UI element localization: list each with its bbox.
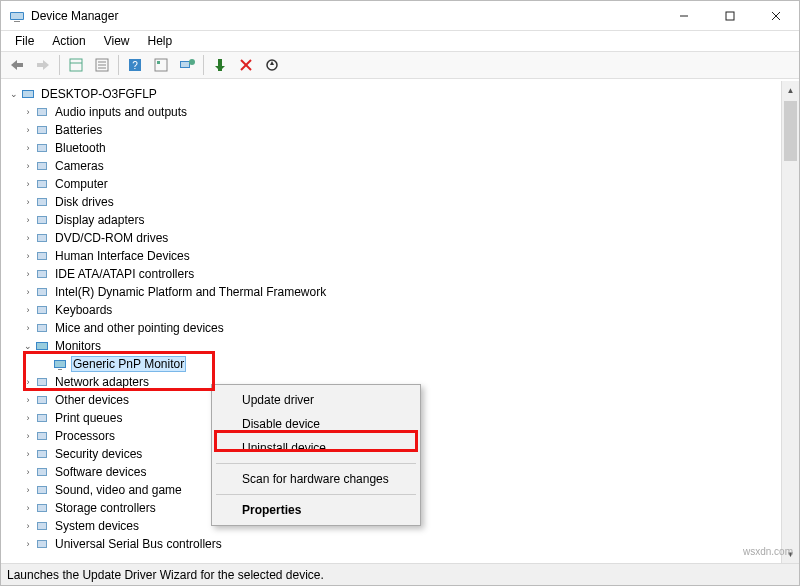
expand-icon[interactable]: › [23,323,33,333]
svg-rect-83 [38,541,46,547]
cm-separator [216,494,416,495]
device-icon [34,536,50,552]
svg-point-23 [189,59,195,65]
device-icon [34,266,50,282]
expand-icon[interactable]: ⌄ [9,89,19,99]
enable-button[interactable] [208,53,232,77]
device-icon [34,518,50,534]
tree-label: Sound, video and game [53,482,184,498]
svg-rect-67 [38,397,46,403]
tree-label: Display adapters [53,212,146,228]
tree-label: DVD/CD-ROM drives [53,230,170,246]
tree-node[interactable]: ›Universal Serial Bus controllers [9,535,779,553]
device-icon [34,284,50,300]
expand-icon[interactable]: › [23,449,33,459]
toolbar-separator [59,55,60,75]
svg-rect-43 [38,199,46,205]
expand-icon[interactable]: › [23,521,33,531]
svg-rect-10 [37,63,43,67]
expand-icon[interactable]: › [23,467,33,477]
tree-label: Universal Serial Bus controllers [53,536,224,552]
expand-icon[interactable]: › [23,197,33,207]
menu-file[interactable]: File [7,32,42,50]
device-icon [34,122,50,138]
cm-update-driver[interactable]: Update driver [214,388,418,412]
expand-icon[interactable]: › [23,539,33,549]
expand-icon[interactable]: › [23,125,33,135]
tree-node[interactable]: ⌄Monitors [9,337,779,355]
scan-hardware-button[interactable] [260,53,284,77]
vertical-scrollbar[interactable]: ▲ ▼ [781,81,799,563]
tree-node[interactable]: ›IDE ATA/ATAPI controllers [9,265,779,283]
cm-uninstall-device[interactable]: Uninstall device [214,436,418,460]
help-button[interactable]: ? [123,53,147,77]
device-icon [34,464,50,480]
expand-icon[interactable]: › [23,233,33,243]
expand-icon[interactable]: › [23,413,33,423]
view-button[interactable] [149,53,173,77]
scroll-thumb[interactable] [784,101,797,161]
tree-label: Human Interface Devices [53,248,192,264]
svg-rect-35 [38,127,46,133]
tree-node[interactable]: ›Keyboards [9,301,779,319]
expand-icon[interactable]: › [23,143,33,153]
expand-icon[interactable]: › [23,269,33,279]
expand-icon[interactable]: › [23,107,33,117]
tree-label: Software devices [53,464,148,480]
menu-view[interactable]: View [96,32,138,50]
tree-node[interactable]: ›Human Interface Devices [9,247,779,265]
tree-node[interactable]: ›Audio inputs and outputs [9,103,779,121]
forward-button[interactable] [31,53,55,77]
tree-node[interactable]: Generic PnP Monitor [9,355,779,373]
tree-label: Monitors [53,338,103,354]
cm-scan-hardware[interactable]: Scan for hardware changes [214,467,418,491]
tree-root[interactable]: ⌄ DESKTOP-O3FGFLP [9,85,779,103]
menu-bar: File Action View Help [1,31,799,51]
menu-help[interactable]: Help [140,32,181,50]
cm-properties[interactable]: Properties [214,498,418,522]
properties-button[interactable] [90,53,114,77]
expand-icon[interactable]: › [23,377,33,387]
tree-node[interactable]: ›Cameras [9,157,779,175]
tree-node[interactable]: ›Display adapters [9,211,779,229]
expand-icon[interactable]: ⌄ [23,341,33,351]
expand-icon[interactable]: › [23,305,33,315]
svg-text:?: ? [132,60,138,71]
expand-icon[interactable]: › [23,395,33,405]
maximize-button[interactable] [707,1,753,31]
svg-marker-29 [270,61,274,65]
svg-rect-77 [38,487,46,493]
device-icon [34,338,50,354]
uninstall-button[interactable] [234,53,258,77]
expand-icon[interactable]: › [23,431,33,441]
tree-node[interactable]: ›Bluetooth [9,139,779,157]
tree-node[interactable]: ›Mice and other pointing devices [9,319,779,337]
expand-icon[interactable]: › [23,485,33,495]
back-button[interactable] [5,53,29,77]
tree-node[interactable]: ›Computer [9,175,779,193]
scroll-up-icon[interactable]: ▲ [782,81,799,99]
expand-icon[interactable]: › [23,179,33,189]
expand-icon[interactable]: › [23,287,33,297]
cm-disable-device[interactable]: Disable device [214,412,418,436]
svg-rect-53 [38,289,46,295]
expand-icon[interactable]: › [23,161,33,171]
tree-node[interactable]: ›Batteries [9,121,779,139]
expand-icon[interactable]: › [23,503,33,513]
expand-icon[interactable]: › [23,251,33,261]
expand-icon[interactable]: › [23,215,33,225]
update-driver-button[interactable] [175,53,199,77]
tree-node[interactable]: ›Intel(R) Dynamic Platform and Thermal F… [9,283,779,301]
tree-node[interactable]: ›DVD/CD-ROM drives [9,229,779,247]
svg-rect-60 [40,351,44,352]
toolbar-separator [203,55,204,75]
menu-action[interactable]: Action [44,32,93,50]
tree-node[interactable]: ›Disk drives [9,193,779,211]
svg-rect-4 [726,12,734,20]
svg-rect-2 [14,21,20,22]
minimize-button[interactable] [661,1,707,31]
svg-rect-22 [181,62,189,67]
close-button[interactable] [753,1,799,31]
svg-rect-47 [38,235,46,241]
show-hidden-button[interactable] [64,53,88,77]
